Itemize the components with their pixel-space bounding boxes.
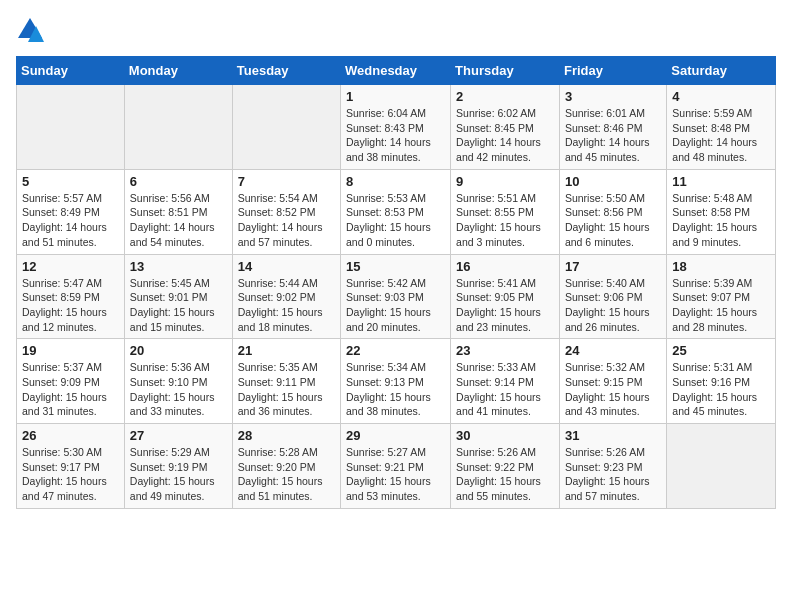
day-info: Sunrise: 5:35 AM Sunset: 9:11 PM Dayligh… [238, 360, 335, 419]
calendar-cell: 2Sunrise: 6:02 AM Sunset: 8:45 PM Daylig… [451, 85, 560, 170]
day-info: Sunrise: 5:39 AM Sunset: 9:07 PM Dayligh… [672, 276, 770, 335]
calendar-cell: 21Sunrise: 5:35 AM Sunset: 9:11 PM Dayli… [232, 339, 340, 424]
calendar-cell: 23Sunrise: 5:33 AM Sunset: 9:14 PM Dayli… [451, 339, 560, 424]
day-number: 7 [238, 174, 335, 189]
day-number: 14 [238, 259, 335, 274]
weekday-header: Thursday [451, 57, 560, 85]
day-info: Sunrise: 5:41 AM Sunset: 9:05 PM Dayligh… [456, 276, 554, 335]
calendar-cell: 3Sunrise: 6:01 AM Sunset: 8:46 PM Daylig… [559, 85, 666, 170]
calendar-cell: 7Sunrise: 5:54 AM Sunset: 8:52 PM Daylig… [232, 169, 340, 254]
day-number: 28 [238, 428, 335, 443]
day-info: Sunrise: 5:51 AM Sunset: 8:55 PM Dayligh… [456, 191, 554, 250]
day-info: Sunrise: 6:01 AM Sunset: 8:46 PM Dayligh… [565, 106, 661, 165]
day-info: Sunrise: 5:54 AM Sunset: 8:52 PM Dayligh… [238, 191, 335, 250]
calendar-cell: 17Sunrise: 5:40 AM Sunset: 9:06 PM Dayli… [559, 254, 666, 339]
day-number: 24 [565, 343, 661, 358]
logo [16, 16, 48, 44]
calendar-cell: 22Sunrise: 5:34 AM Sunset: 9:13 PM Dayli… [341, 339, 451, 424]
day-info: Sunrise: 5:36 AM Sunset: 9:10 PM Dayligh… [130, 360, 227, 419]
calendar-cell: 29Sunrise: 5:27 AM Sunset: 9:21 PM Dayli… [341, 424, 451, 509]
weekday-header: Wednesday [341, 57, 451, 85]
calendar-table: SundayMondayTuesdayWednesdayThursdayFrid… [16, 56, 776, 509]
day-number: 19 [22, 343, 119, 358]
day-number: 22 [346, 343, 445, 358]
day-number: 1 [346, 89, 445, 104]
day-info: Sunrise: 5:53 AM Sunset: 8:53 PM Dayligh… [346, 191, 445, 250]
day-info: Sunrise: 5:32 AM Sunset: 9:15 PM Dayligh… [565, 360, 661, 419]
weekday-header: Friday [559, 57, 666, 85]
day-number: 13 [130, 259, 227, 274]
calendar-cell: 10Sunrise: 5:50 AM Sunset: 8:56 PM Dayli… [559, 169, 666, 254]
day-info: Sunrise: 5:31 AM Sunset: 9:16 PM Dayligh… [672, 360, 770, 419]
calendar-cell: 26Sunrise: 5:30 AM Sunset: 9:17 PM Dayli… [17, 424, 125, 509]
calendar-cell [124, 85, 232, 170]
calendar-cell: 24Sunrise: 5:32 AM Sunset: 9:15 PM Dayli… [559, 339, 666, 424]
calendar-week-row: 19Sunrise: 5:37 AM Sunset: 9:09 PM Dayli… [17, 339, 776, 424]
day-number: 9 [456, 174, 554, 189]
day-number: 26 [22, 428, 119, 443]
calendar-cell: 9Sunrise: 5:51 AM Sunset: 8:55 PM Daylig… [451, 169, 560, 254]
day-info: Sunrise: 5:34 AM Sunset: 9:13 PM Dayligh… [346, 360, 445, 419]
day-number: 30 [456, 428, 554, 443]
day-info: Sunrise: 5:40 AM Sunset: 9:06 PM Dayligh… [565, 276, 661, 335]
calendar-week-row: 26Sunrise: 5:30 AM Sunset: 9:17 PM Dayli… [17, 424, 776, 509]
day-number: 11 [672, 174, 770, 189]
day-number: 20 [130, 343, 227, 358]
calendar-cell: 28Sunrise: 5:28 AM Sunset: 9:20 PM Dayli… [232, 424, 340, 509]
day-info: Sunrise: 5:50 AM Sunset: 8:56 PM Dayligh… [565, 191, 661, 250]
calendar-cell: 16Sunrise: 5:41 AM Sunset: 9:05 PM Dayli… [451, 254, 560, 339]
calendar-cell: 14Sunrise: 5:44 AM Sunset: 9:02 PM Dayli… [232, 254, 340, 339]
day-info: Sunrise: 5:28 AM Sunset: 9:20 PM Dayligh… [238, 445, 335, 504]
day-info: Sunrise: 6:02 AM Sunset: 8:45 PM Dayligh… [456, 106, 554, 165]
weekday-header-row: SundayMondayTuesdayWednesdayThursdayFrid… [17, 57, 776, 85]
calendar-cell: 25Sunrise: 5:31 AM Sunset: 9:16 PM Dayli… [667, 339, 776, 424]
day-info: Sunrise: 5:56 AM Sunset: 8:51 PM Dayligh… [130, 191, 227, 250]
day-number: 18 [672, 259, 770, 274]
day-number: 25 [672, 343, 770, 358]
day-info: Sunrise: 5:30 AM Sunset: 9:17 PM Dayligh… [22, 445, 119, 504]
day-number: 21 [238, 343, 335, 358]
day-number: 10 [565, 174, 661, 189]
day-info: Sunrise: 5:59 AM Sunset: 8:48 PM Dayligh… [672, 106, 770, 165]
calendar-cell: 5Sunrise: 5:57 AM Sunset: 8:49 PM Daylig… [17, 169, 125, 254]
calendar-cell [667, 424, 776, 509]
calendar-cell: 19Sunrise: 5:37 AM Sunset: 9:09 PM Dayli… [17, 339, 125, 424]
calendar-cell [17, 85, 125, 170]
calendar-cell: 27Sunrise: 5:29 AM Sunset: 9:19 PM Dayli… [124, 424, 232, 509]
day-info: Sunrise: 5:48 AM Sunset: 8:58 PM Dayligh… [672, 191, 770, 250]
calendar-cell: 12Sunrise: 5:47 AM Sunset: 8:59 PM Dayli… [17, 254, 125, 339]
weekday-header: Sunday [17, 57, 125, 85]
calendar-cell: 4Sunrise: 5:59 AM Sunset: 8:48 PM Daylig… [667, 85, 776, 170]
day-number: 2 [456, 89, 554, 104]
day-number: 3 [565, 89, 661, 104]
day-number: 31 [565, 428, 661, 443]
day-info: Sunrise: 5:47 AM Sunset: 8:59 PM Dayligh… [22, 276, 119, 335]
day-info: Sunrise: 5:29 AM Sunset: 9:19 PM Dayligh… [130, 445, 227, 504]
calendar-cell: 8Sunrise: 5:53 AM Sunset: 8:53 PM Daylig… [341, 169, 451, 254]
calendar-week-row: 1Sunrise: 6:04 AM Sunset: 8:43 PM Daylig… [17, 85, 776, 170]
weekday-header: Saturday [667, 57, 776, 85]
calendar-cell: 15Sunrise: 5:42 AM Sunset: 9:03 PM Dayli… [341, 254, 451, 339]
day-info: Sunrise: 5:45 AM Sunset: 9:01 PM Dayligh… [130, 276, 227, 335]
calendar-cell: 1Sunrise: 6:04 AM Sunset: 8:43 PM Daylig… [341, 85, 451, 170]
logo-icon [16, 16, 44, 44]
calendar-week-row: 5Sunrise: 5:57 AM Sunset: 8:49 PM Daylig… [17, 169, 776, 254]
day-info: Sunrise: 5:44 AM Sunset: 9:02 PM Dayligh… [238, 276, 335, 335]
day-number: 16 [456, 259, 554, 274]
day-number: 6 [130, 174, 227, 189]
day-number: 27 [130, 428, 227, 443]
calendar-week-row: 12Sunrise: 5:47 AM Sunset: 8:59 PM Dayli… [17, 254, 776, 339]
day-info: Sunrise: 5:33 AM Sunset: 9:14 PM Dayligh… [456, 360, 554, 419]
calendar-cell: 11Sunrise: 5:48 AM Sunset: 8:58 PM Dayli… [667, 169, 776, 254]
day-info: Sunrise: 5:37 AM Sunset: 9:09 PM Dayligh… [22, 360, 119, 419]
calendar-cell: 18Sunrise: 5:39 AM Sunset: 9:07 PM Dayli… [667, 254, 776, 339]
day-number: 29 [346, 428, 445, 443]
calendar-cell [232, 85, 340, 170]
day-info: Sunrise: 5:26 AM Sunset: 9:22 PM Dayligh… [456, 445, 554, 504]
calendar-cell: 6Sunrise: 5:56 AM Sunset: 8:51 PM Daylig… [124, 169, 232, 254]
day-info: Sunrise: 6:04 AM Sunset: 8:43 PM Dayligh… [346, 106, 445, 165]
page-header [16, 16, 776, 44]
calendar-cell: 20Sunrise: 5:36 AM Sunset: 9:10 PM Dayli… [124, 339, 232, 424]
day-number: 4 [672, 89, 770, 104]
day-number: 15 [346, 259, 445, 274]
